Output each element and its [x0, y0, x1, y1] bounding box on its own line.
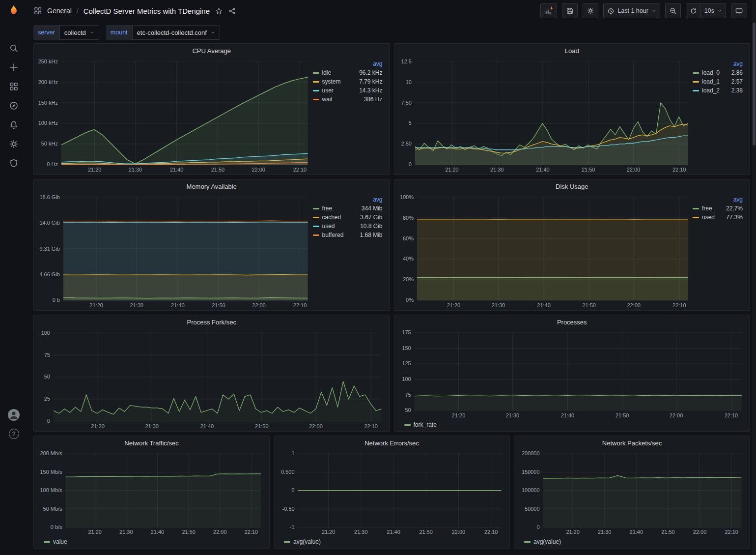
help-icon[interactable]: ?	[9, 429, 19, 439]
chart-canvas[interactable]: 507510012515017521:2021:3021:4021:5022:0…	[398, 329, 746, 419]
chart-canvas[interactable]: 02.5057.501012.521:2021:3021:4021:5022:0…	[398, 58, 692, 174]
page-scrollbar[interactable]	[752, 0, 756, 555]
svg-text:21:30: 21:30	[490, 167, 504, 173]
legend-items: free344 Mibcached3.67 Gibused10.8 Gibbuf…	[313, 204, 383, 239]
time-range-picker[interactable]: Last 1 hour	[603, 3, 660, 18]
svg-text:21:40: 21:40	[630, 529, 643, 535]
legend-item[interactable]: load_02.86	[693, 68, 743, 77]
star-icon[interactable]	[215, 7, 223, 15]
legend-item[interactable]: avg(value)	[284, 538, 321, 545]
chart-load[interactable]: 02.5057.501012.521:2021:3021:4021:5022:0…	[398, 58, 692, 174]
legend-item[interactable]: free22.7%	[693, 204, 743, 213]
chart-processes[interactable]: 507510012515017521:2021:3021:4021:5022:0…	[398, 329, 746, 419]
series-color-icon	[313, 99, 319, 100]
legend-item[interactable]: used77.3%	[693, 213, 743, 222]
panel-title[interactable]: Network Errors/sec	[274, 436, 509, 450]
search-icon[interactable]	[8, 43, 19, 54]
panel-title[interactable]: Network Packets/sec	[514, 436, 750, 450]
create-icon[interactable]	[8, 62, 19, 73]
panel-title[interactable]: Process Fork/sec	[34, 315, 390, 329]
panel-title[interactable]: Network Traffic/sec	[34, 436, 269, 450]
variable-value-dropdown[interactable]: etc-collectd-collectd.conf	[132, 25, 220, 40]
svg-text:21:30: 21:30	[145, 423, 159, 429]
breadcrumb-section[interactable]: General	[47, 7, 72, 15]
svg-text:40%: 40%	[402, 256, 413, 262]
variable-value-dropdown[interactable]: collectd	[59, 25, 99, 40]
legend-value: 10.8 Gib	[360, 223, 382, 230]
legend-avg-header[interactable]: avg	[313, 60, 383, 67]
explore-icon[interactable]	[8, 100, 19, 111]
legend-item[interactable]: idle96.2 kHz	[313, 68, 383, 77]
svg-text:4.66 Gib: 4.66 Gib	[39, 271, 60, 277]
svg-text:10: 10	[405, 79, 411, 85]
avatar[interactable]	[8, 409, 20, 421]
svg-text:5: 5	[408, 120, 411, 126]
svg-text:150: 150	[402, 345, 411, 351]
chart-canvas[interactable]: 025507510021:2021:3021:4021:5022:0022:10	[38, 329, 386, 430]
legend-item[interactable]: load_22.38	[693, 86, 743, 95]
svg-text:22:10: 22:10	[672, 167, 686, 173]
legend-item[interactable]: value	[44, 538, 67, 545]
panel-title[interactable]: CPU Average	[34, 44, 390, 58]
dashboard-settings-button[interactable]	[583, 3, 598, 18]
scrollbar-thumb[interactable]	[753, 23, 756, 146]
chart-canvas[interactable]: 0 b/s50 Mb/s100 Mb/s150 Mb/s200 Mb/s21:2…	[38, 450, 265, 536]
legend-item[interactable]: fork_rate	[404, 421, 437, 428]
chart-network-traffic[interactable]: 0 b/s50 Mb/s100 Mb/s150 Mb/s200 Mb/s21:2…	[38, 450, 265, 536]
legend-avg-header[interactable]: avg	[693, 196, 743, 203]
panel-title[interactable]: Processes	[394, 315, 750, 329]
legend-item[interactable]: buffered1.68 Mib	[313, 231, 383, 239]
configuration-icon[interactable]	[8, 139, 19, 149]
cycle-view-mode-button[interactable]	[731, 3, 747, 18]
clock-icon	[607, 7, 615, 15]
variable-label: mount	[106, 25, 132, 40]
legend: avg idle96.2 kHzsystem7.79 kHzuser14.3 k…	[312, 58, 386, 174]
caret-down-icon	[90, 30, 94, 35]
chart-canvas[interactable]: -1-0.5000.500121:2021:3021:4021:5022:002…	[278, 450, 505, 536]
page-title[interactable]: CollectD Server Metrics with TDengine	[84, 7, 210, 15]
share-icon[interactable]	[228, 7, 236, 15]
chart-canvas[interactable]: 05000010000015000020000021:2021:3021:402…	[518, 450, 746, 536]
zoom-out-button[interactable]	[665, 3, 681, 18]
panel-title[interactable]: Load	[394, 44, 750, 58]
svg-text:22:10: 22:10	[364, 423, 378, 429]
legend-item[interactable]: system7.79 kHz	[313, 77, 383, 86]
legend-avg-header[interactable]: avg	[693, 60, 743, 67]
svg-text:200 Mb/s: 200 Mb/s	[40, 450, 62, 456]
add-panel-button[interactable]	[540, 3, 557, 18]
grafana-logo[interactable]	[7, 4, 21, 19]
chart-canvas[interactable]: 0 b4.66 Gib9.31 Gib14.0 Gib18.6 Gib21:20…	[38, 193, 312, 309]
dashboards-icon[interactable]	[8, 81, 19, 92]
series-color-icon	[313, 90, 319, 91]
dashboard-variables: server collectd mount etc-collectd-colle…	[28, 22, 756, 43]
legend-value: 2.86	[731, 69, 743, 76]
chart-cpu-average[interactable]: 0 Hz50 kHz100 kHz150 kHz200 kHz250 kHz21…	[38, 58, 312, 174]
svg-text:80%: 80%	[402, 215, 413, 221]
panel-title[interactable]: Memory Available	[34, 179, 390, 193]
legend-item[interactable]: wait386 Hz	[313, 95, 383, 104]
chart-network-packets[interactable]: 05000010000015000020000021:2021:3021:402…	[518, 450, 746, 536]
svg-text:21:40: 21:40	[200, 423, 214, 429]
legend-item[interactable]: used10.8 Gib	[313, 222, 383, 231]
legend-label: load_2	[702, 87, 728, 94]
refresh-interval-picker[interactable]: 10s	[701, 3, 726, 18]
legend-item[interactable]: load_12.57	[693, 77, 743, 86]
admin-icon[interactable]	[8, 158, 19, 169]
chart-process-fork[interactable]: 025507510021:2021:3021:4021:5022:0022:10	[38, 329, 386, 430]
chart-memory-available[interactable]: 0 b4.66 Gib9.31 Gib14.0 Gib18.6 Gib21:20…	[38, 193, 312, 309]
alerting-icon[interactable]	[8, 119, 19, 130]
legend-avg-header[interactable]: avg	[313, 196, 383, 203]
chart-disk-usage[interactable]: 0%20%40%60%80%100%21:2021:3021:4021:5022…	[398, 193, 692, 309]
chart-canvas[interactable]: 0 Hz50 kHz100 kHz150 kHz200 kHz250 kHz21…	[38, 58, 312, 174]
legend-item[interactable]: user14.3 kHz	[313, 86, 383, 95]
legend-item[interactable]: avg(value)	[524, 538, 561, 545]
refresh-button[interactable]	[686, 3, 701, 18]
legend-item[interactable]: cached3.67 Gib	[313, 213, 383, 222]
svg-text:21:50: 21:50	[581, 167, 595, 173]
save-dashboard-button[interactable]	[562, 3, 578, 18]
chart-network-errors[interactable]: -1-0.5000.500121:2021:3021:4021:5022:002…	[278, 450, 505, 536]
panel-title[interactable]: Disk Usage	[394, 179, 750, 193]
legend-item[interactable]: free344 Mib	[313, 204, 383, 213]
svg-text:21:40: 21:40	[170, 167, 183, 173]
chart-canvas[interactable]: 0%20%40%60%80%100%21:2021:3021:4021:5022…	[398, 193, 692, 309]
